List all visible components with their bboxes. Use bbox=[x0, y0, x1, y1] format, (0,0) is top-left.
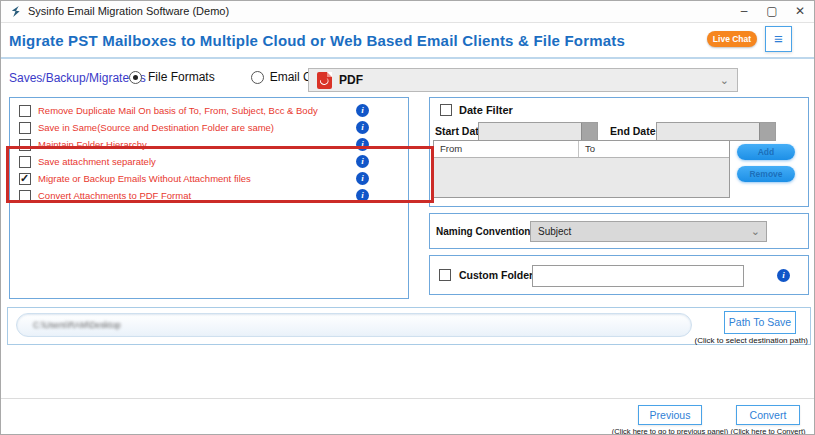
path-to-save-button[interactable]: Path To Save bbox=[724, 311, 796, 334]
window-title: Sysinfo Email Migration Software (Demo) bbox=[28, 5, 229, 17]
add-button[interactable]: Add bbox=[737, 144, 795, 160]
custom-folder-input[interactable] bbox=[532, 265, 744, 287]
naming-convention-panel: Naming Convention Subject ⌄ bbox=[429, 213, 809, 249]
date-filter-toggle[interactable]: Date Filter bbox=[440, 104, 513, 116]
convert-button[interactable]: Convert bbox=[736, 405, 800, 425]
radio-dot-file-formats[interactable] bbox=[129, 71, 142, 84]
end-date-input[interactable] bbox=[656, 122, 776, 141]
app-logo-icon bbox=[9, 5, 22, 18]
checkbox[interactable] bbox=[19, 122, 31, 134]
date-range-table: From To bbox=[433, 140, 730, 198]
option-save-in-same[interactable]: Save in Same(Source and Destination Fold… bbox=[10, 121, 408, 138]
checkbox[interactable] bbox=[19, 173, 31, 185]
column-from: From bbox=[434, 141, 579, 157]
page-title: Migrate PST Mailboxes to Multiple Cloud … bbox=[9, 32, 625, 49]
date-filter-panel: Date Filter Start Date : End Date : From… bbox=[429, 97, 809, 207]
option-without-attachments[interactable]: Migrate or Backup Emails Without Attachm… bbox=[10, 172, 408, 189]
previous-button[interactable]: Previous bbox=[638, 405, 702, 425]
option-label: Migrate or Backup Emails Without Attachm… bbox=[38, 173, 251, 184]
date-filter-label: Date Filter bbox=[459, 104, 513, 116]
option-save-attachment-separately[interactable]: Save attachment separately i bbox=[10, 155, 408, 172]
option-convert-attachments-pdf[interactable]: Convert Attachments to PDF Format i bbox=[10, 189, 408, 206]
info-icon[interactable]: i bbox=[356, 189, 369, 202]
destination-path-value: C:\Users\RAM\Desktop bbox=[33, 320, 121, 330]
close-icon[interactable]: ✕ bbox=[786, 1, 814, 23]
info-icon[interactable]: i bbox=[356, 104, 369, 117]
path-hint: (Click to select destination path) bbox=[695, 336, 808, 345]
option-remove-duplicate[interactable]: Remove Duplicate Mail On basis of To, Fr… bbox=[10, 104, 408, 121]
destination-path-input[interactable]: C:\Users\RAM\Desktop bbox=[16, 313, 692, 337]
checkbox[interactable] bbox=[19, 105, 31, 117]
live-chat-button[interactable]: Live Chat bbox=[707, 31, 757, 47]
minimize-icon[interactable]: – bbox=[730, 1, 758, 23]
option-label: Maintain Folder Hierarchy bbox=[38, 139, 147, 150]
info-icon[interactable]: i bbox=[356, 138, 369, 151]
option-label: Save attachment separately bbox=[38, 156, 156, 167]
naming-convention-dropdown[interactable]: Subject ⌄ bbox=[530, 221, 767, 242]
format-dropdown[interactable]: PDF ⌄ bbox=[308, 68, 738, 92]
option-label: Save in Same(Source and Destination Fold… bbox=[38, 122, 274, 133]
naming-convention-label: Naming Convention bbox=[436, 226, 530, 237]
calendar-picker-icon[interactable] bbox=[759, 123, 775, 140]
end-date-label: End Date : bbox=[610, 125, 662, 137]
radio-dot-email-clients[interactable] bbox=[251, 71, 264, 84]
format-bar: Saves/Backup/Migrate As File Formats Ema… bbox=[1, 59, 814, 95]
chevron-down-icon: ⌄ bbox=[751, 225, 760, 238]
saves-backup-label: Saves/Backup/Migrate As bbox=[9, 71, 146, 85]
app-window: Sysinfo Email Migration Software (Demo) … bbox=[0, 0, 815, 435]
remove-button[interactable]: Remove bbox=[737, 166, 795, 182]
option-label: Remove Duplicate Mail On basis of To, Fr… bbox=[38, 105, 318, 116]
calendar-picker-icon[interactable] bbox=[581, 123, 597, 140]
pdf-file-icon bbox=[317, 72, 332, 89]
path-section: C:\Users\RAM\Desktop Path To Save (Click… bbox=[7, 307, 811, 345]
column-to: To bbox=[579, 141, 595, 157]
custom-folder-panel: Custom Folder Name i bbox=[429, 255, 809, 295]
info-icon[interactable]: i bbox=[356, 172, 369, 185]
checkbox[interactable] bbox=[19, 139, 31, 151]
naming-convention-value: Subject bbox=[538, 226, 571, 237]
radio-file-formats[interactable]: File Formats bbox=[129, 70, 215, 84]
header: Migrate PST Mailboxes to Multiple Cloud … bbox=[1, 23, 814, 59]
format-dropdown-value: PDF bbox=[339, 73, 363, 87]
checkbox[interactable] bbox=[439, 269, 451, 281]
info-icon[interactable]: i bbox=[356, 155, 369, 168]
option-maintain-hierarchy[interactable]: Maintain Folder Hierarchy i bbox=[10, 138, 408, 155]
info-icon[interactable]: i bbox=[777, 269, 790, 282]
info-icon[interactable]: i bbox=[356, 121, 369, 134]
title-bar: Sysinfo Email Migration Software (Demo) … bbox=[1, 1, 814, 23]
footer-divider bbox=[1, 398, 814, 399]
date-range-table-header: From To bbox=[434, 141, 729, 158]
option-label: Convert Attachments to PDF Format bbox=[38, 190, 191, 201]
checkbox[interactable] bbox=[440, 104, 452, 116]
hamburger-icon: ≡ bbox=[774, 30, 783, 47]
radio-label-file-formats: File Formats bbox=[148, 70, 215, 84]
convert-hint: (Click here to Convert) bbox=[713, 427, 815, 435]
maximize-icon[interactable]: ▢ bbox=[758, 1, 786, 23]
start-date-input[interactable] bbox=[478, 122, 598, 141]
checkbox[interactable] bbox=[19, 156, 31, 168]
menu-button[interactable]: ≡ bbox=[765, 26, 792, 52]
options-panel: Remove Duplicate Mail On basis of To, Fr… bbox=[9, 97, 409, 299]
chevron-down-icon: ⌄ bbox=[720, 74, 729, 87]
checkbox[interactable] bbox=[19, 190, 31, 202]
